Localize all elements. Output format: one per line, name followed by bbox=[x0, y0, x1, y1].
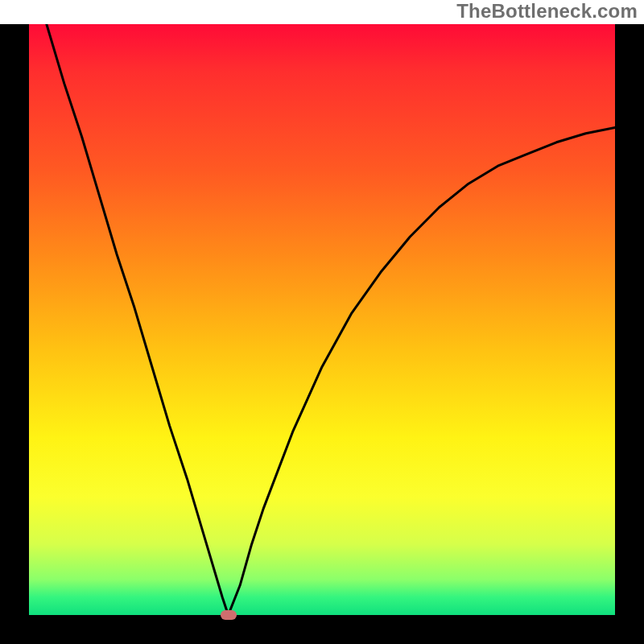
watermark-label: TheBottleneck.com bbox=[456, 0, 638, 23]
plot-background-gradient bbox=[29, 24, 615, 615]
plot-area bbox=[29, 24, 615, 615]
plot-frame bbox=[0, 24, 644, 644]
